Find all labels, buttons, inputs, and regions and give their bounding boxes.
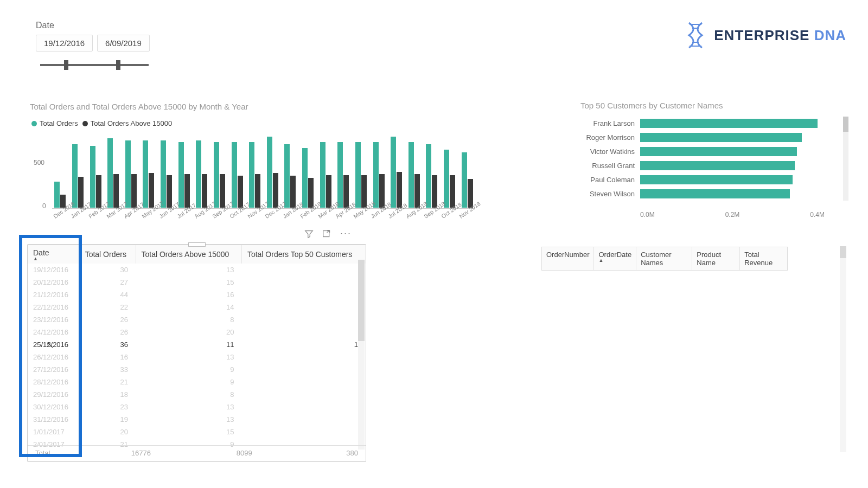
- detail-header[interactable]: OrderDate▲: [594, 247, 636, 270]
- orders-table[interactable]: ··· Date▲Total OrdersTotal Orders Above …: [27, 244, 366, 462]
- table-row[interactable]: 20/12/20162715: [28, 276, 366, 288]
- bar-group[interactable]: [105, 138, 122, 208]
- column-chart-legend: Total Orders Total Orders Above 15000: [31, 119, 172, 127]
- table-scrollbar[interactable]: [358, 260, 365, 450]
- table-row[interactable]: 25/12/201636111: [28, 338, 366, 351]
- table-header[interactable]: Total Orders Top 50 Customers: [241, 245, 366, 264]
- slider-handle-end[interactable]: [116, 60, 120, 70]
- date-slicer-label: Date: [36, 21, 150, 30]
- bar-group[interactable]: [300, 148, 316, 208]
- top50-scrollbar[interactable]: [843, 117, 848, 201]
- detail-header[interactable]: Customer Names: [636, 247, 692, 270]
- bar-group[interactable]: [282, 144, 298, 208]
- table-row[interactable]: 21/12/20164416: [28, 288, 366, 301]
- bar-group[interactable]: [141, 140, 157, 208]
- table-row[interactable]: 19/12/20163013: [28, 264, 366, 276]
- table-row[interactable]: 24/12/20162620: [28, 326, 366, 338]
- date-slicer[interactable]: Date 19/12/2016 6/09/2019: [36, 21, 150, 73]
- column-chart-title: Total Orders and Total Orders Above 1500…: [30, 102, 248, 111]
- table-header[interactable]: Total Orders: [79, 245, 136, 264]
- bar-group[interactable]: [176, 142, 192, 208]
- customer-bar[interactable]: Russell Grant: [542, 159, 835, 172]
- bar-group[interactable]: [247, 142, 263, 208]
- table-row[interactable]: 28/12/2016219: [28, 376, 366, 388]
- table-row[interactable]: 29/12/2016188: [28, 388, 366, 401]
- bar-group[interactable]: [353, 142, 369, 208]
- bar-group[interactable]: [87, 146, 104, 208]
- customer-bar[interactable]: Steven Wilson: [542, 187, 835, 201]
- detail-table-scrollbar[interactable]: [840, 246, 846, 452]
- detail-table[interactable]: OrderNumberOrderDate▲Customer NamesProdu…: [541, 247, 788, 271]
- customer-bar[interactable]: Roger Morrison: [542, 131, 835, 144]
- resize-handle[interactable]: [188, 242, 206, 247]
- dna-icon: [685, 22, 706, 49]
- date-end-value[interactable]: 6/09/2019: [97, 35, 150, 52]
- customer-bar[interactable]: Paul Coleman: [542, 173, 835, 187]
- date-slider[interactable]: [40, 57, 149, 73]
- customer-bar[interactable]: Frank Larson: [542, 117, 835, 130]
- bar-group[interactable]: [317, 142, 334, 208]
- detail-header[interactable]: Product Name: [692, 247, 740, 270]
- filter-icon[interactable]: [304, 229, 314, 241]
- focus-mode-icon[interactable]: [322, 229, 331, 241]
- table-row[interactable]: 23/12/2016268: [28, 313, 366, 326]
- bar-group[interactable]: [335, 142, 352, 208]
- bar-group[interactable]: [123, 140, 139, 208]
- table-row[interactable]: 27/12/2016339: [28, 363, 366, 376]
- bar-group[interactable]: [459, 152, 475, 208]
- more-options-icon[interactable]: ···: [340, 229, 352, 241]
- bar-group[interactable]: [388, 137, 405, 208]
- bar-group[interactable]: [194, 140, 210, 208]
- legend-dot-above-15000: [82, 121, 88, 126]
- slider-handle-start[interactable]: [64, 60, 68, 70]
- top50-chart[interactable]: Frank LarsonRoger MorrisonVictor Watkins…: [542, 117, 835, 209]
- table-header[interactable]: Total Orders Above 15000: [136, 245, 241, 264]
- top50-chart-title: Top 50 Customers by Customer Names: [580, 101, 723, 110]
- bar-group[interactable]: [406, 142, 423, 208]
- bar-group[interactable]: [70, 144, 86, 208]
- logo: ENTERPRISE DNA: [685, 22, 846, 49]
- bar-group[interactable]: [442, 150, 458, 208]
- detail-header[interactable]: OrderNumber: [542, 247, 594, 270]
- bar-group[interactable]: [229, 142, 245, 208]
- column-chart[interactable]: 500 0 Dec 2016Jan 2017Feb 2017Mar 2017Ap…: [27, 133, 477, 214]
- table-row[interactable]: 31/12/20161913: [28, 413, 366, 426]
- bar-group[interactable]: [158, 140, 175, 208]
- date-start-value[interactable]: 19/12/2016: [36, 35, 93, 52]
- bar-group[interactable]: [265, 137, 281, 208]
- bar-group[interactable]: [212, 142, 228, 208]
- bar-group[interactable]: [371, 142, 387, 208]
- table-row[interactable]: 1/01/20172015: [28, 426, 366, 438]
- table-row[interactable]: 22/12/20162214: [28, 301, 366, 313]
- detail-header[interactable]: Total Revenue: [740, 247, 787, 270]
- table-row[interactable]: 26/12/20161613: [28, 351, 366, 363]
- table-header[interactable]: Date▲: [28, 245, 79, 264]
- customer-bar[interactable]: Victor Watkins: [542, 145, 835, 158]
- legend-dot-total-orders: [31, 121, 37, 126]
- table-row[interactable]: 30/12/20162313: [28, 401, 366, 413]
- bar-group[interactable]: [424, 144, 440, 208]
